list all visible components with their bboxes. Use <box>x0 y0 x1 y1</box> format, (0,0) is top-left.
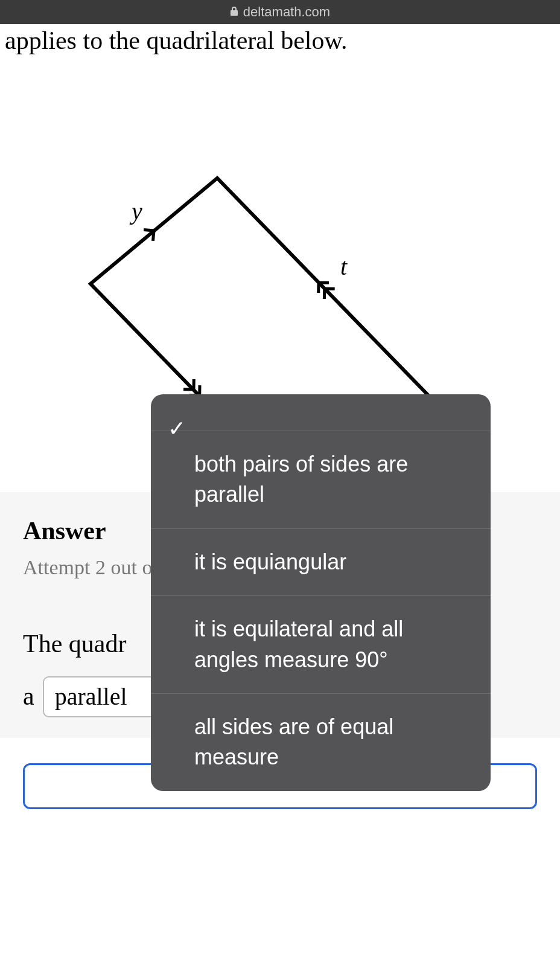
diagram-label-t-right: t <box>340 253 348 280</box>
diagram-label-y: y <box>129 197 142 225</box>
dropdown-option-parallel[interactable]: both pairs of sides are parallel <box>151 431 491 529</box>
dropdown-menu: ✓ both pairs of sides are parallel it is… <box>151 394 491 791</box>
quadrilateral-diagram: y t t <box>0 57 560 432</box>
browser-address-bar: deltamath.com <box>0 0 560 24</box>
lock-icon <box>230 6 238 18</box>
dropdown-option-none[interactable]: ✓ <box>151 394 491 431</box>
sentence-part-2: a <box>23 674 34 720</box>
dropdown-option-equilateral-90[interactable]: it is equilateral and all angles measure… <box>151 596 491 694</box>
browser-domain: deltamath.com <box>243 4 330 20</box>
sentence-part-1: The quadr <box>23 621 126 667</box>
dropdown-option-equal-sides[interactable]: all sides are of equal measure <box>151 694 491 791</box>
dropdown-option-equiangular[interactable]: it is equiangular <box>151 529 491 596</box>
question-text: applies to the quadrilateral below. <box>0 24 560 57</box>
